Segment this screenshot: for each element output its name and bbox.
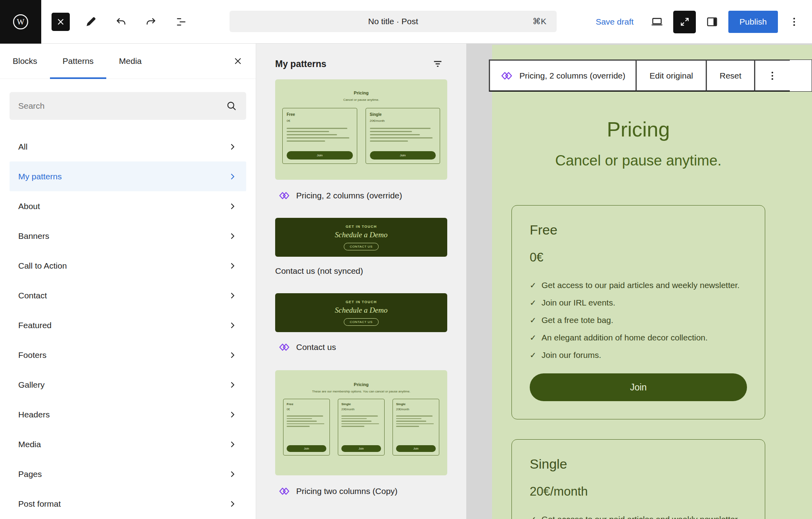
block-options-button[interactable] xyxy=(755,60,790,91)
check-icon: ✓ xyxy=(530,298,536,308)
preview-button[interactable] xyxy=(645,10,669,34)
plan-feature: ✓ Get a free tote bag. xyxy=(530,315,747,325)
close-editor-button[interactable] xyxy=(52,13,70,31)
panel-header: My patterns xyxy=(275,58,447,70)
close-icon xyxy=(55,16,66,27)
list-view-icon xyxy=(175,15,188,28)
pencil-icon xyxy=(84,15,97,28)
pattern-search-box xyxy=(10,92,246,120)
chevron-right-icon xyxy=(227,290,237,301)
sidebar-item-footers[interactable]: Footers xyxy=(10,340,246,370)
command-palette-shortcut: ⌘K xyxy=(532,17,546,26)
sidebar-panel-icon xyxy=(705,15,719,29)
pattern-preview-pricing-2-columns[interactable]: Pricing Cancel or pause anytime. Free 0€… xyxy=(275,79,447,180)
options-menu-button[interactable] xyxy=(782,10,806,34)
sidebar-item-post-format[interactable]: Post format xyxy=(10,489,246,519)
pattern-label-pricing-two-columns-copy[interactable]: Pricing two columns (Copy) xyxy=(275,486,447,497)
sidebar-item-gallery[interactable]: Gallery xyxy=(10,370,246,400)
sidebar-item-my-patterns[interactable]: My patterns xyxy=(10,161,246,191)
tab-blocks[interactable]: Blocks xyxy=(0,44,50,79)
pattern-preview-contact[interactable]: GET IN TOUCH Schedule a Demo CONTACT US xyxy=(275,293,447,332)
synced-pattern-icon xyxy=(500,69,513,82)
editor-topbar: W xyxy=(0,0,812,44)
pattern-preview-contact-not-synced[interactable]: GET IN TOUCH Schedule a Demo CONTACT US xyxy=(275,218,447,257)
sidebar-item-featured[interactable]: Featured xyxy=(10,310,246,340)
block-type-button[interactable]: Pricing, 2 columns (override) xyxy=(489,60,636,91)
synced-pattern-icon xyxy=(278,190,290,202)
synced-pattern-icon xyxy=(278,341,290,353)
plan-card-single: Single 20€/month ✓ Get access to our pai… xyxy=(511,439,765,519)
pattern-preview-pricing-two-columns-copy[interactable]: Pricing These are our membership options… xyxy=(275,370,447,475)
inserter-tabs: Blocks Patterns Media xyxy=(0,44,256,79)
kebab-menu-icon xyxy=(766,70,778,82)
mini-contact-button: CONTACT US xyxy=(344,243,378,250)
chevron-right-icon xyxy=(227,499,237,509)
sidebar-item-media[interactable]: Media xyxy=(10,429,246,459)
chevron-right-icon xyxy=(227,142,237,152)
tab-media[interactable]: Media xyxy=(106,44,154,79)
pattern-label-pricing-2-columns[interactable]: Pricing, 2 columns (override) xyxy=(275,190,447,201)
wordpress-logo[interactable]: W xyxy=(0,0,41,44)
pricing-subheading: Cancel or pause anytime. xyxy=(511,152,765,169)
reset-button[interactable]: Reset xyxy=(706,60,755,91)
chevron-right-icon xyxy=(227,439,237,450)
save-draft-button[interactable]: Save draft xyxy=(588,17,641,27)
plan-feature: ✓ Join our forums. xyxy=(530,350,747,360)
check-icon: ✓ xyxy=(530,350,536,360)
chevron-right-icon xyxy=(227,380,237,390)
inserter-sidebar: Blocks Patterns Media All My patterns xyxy=(0,44,256,519)
join-button[interactable]: Join xyxy=(530,373,747,401)
sidebar-item-banners[interactable]: Banners xyxy=(10,221,246,251)
search-input[interactable] xyxy=(18,101,226,111)
search-icon xyxy=(226,100,237,112)
undo-button[interactable] xyxy=(109,10,133,34)
plan-feature: ✓ Join our IRL events. xyxy=(530,298,747,308)
mini-plan: Free 0€ Join xyxy=(283,399,330,456)
mini-contact-button: CONTACT US xyxy=(344,318,378,326)
sidebar-item-headers[interactable]: Headers xyxy=(10,400,246,429)
sidebar-item-about[interactable]: About xyxy=(10,191,246,221)
edit-mode-button[interactable] xyxy=(79,10,103,34)
close-icon xyxy=(232,55,244,67)
pricing-pattern-block[interactable]: Pricing Cancel or pause anytime. Free 0€… xyxy=(492,45,812,519)
topbar-right-tools: Save draft Publish xyxy=(588,0,812,44)
undo-icon xyxy=(115,15,127,28)
chevron-right-icon xyxy=(227,350,237,360)
mini-plan: Free 0€ Join xyxy=(282,108,357,164)
svg-text:W: W xyxy=(17,17,25,26)
pricing-heading: Pricing xyxy=(511,117,765,142)
filter-patterns-button[interactable] xyxy=(428,54,447,73)
chevron-right-icon xyxy=(227,231,237,241)
plan-feature: ✓ Get access to our paid articles and we… xyxy=(530,281,747,290)
sidebar-item-all[interactable]: All xyxy=(10,132,246,161)
pattern-categories: All My patterns About Banners Call to Ac… xyxy=(10,132,246,519)
close-inserter-button[interactable] xyxy=(228,51,248,71)
chevron-right-icon xyxy=(227,469,237,479)
publish-button[interactable]: Publish xyxy=(728,11,778,33)
mini-plan: Single 20€/month Join xyxy=(338,399,385,456)
chevron-right-icon xyxy=(227,320,237,331)
my-patterns-panel: My patterns Pricing Cancel or pause anyt… xyxy=(256,44,466,519)
synced-pattern-icon xyxy=(278,485,290,497)
list-view-button[interactable] xyxy=(169,10,193,34)
pattern-label-contact-not-synced[interactable]: Contact us (not synced) xyxy=(275,265,447,277)
edit-original-button[interactable]: Edit original xyxy=(636,60,706,91)
chevron-right-icon xyxy=(227,261,237,271)
plan-card-free: Free 0€ ✓ Get access to our paid article… xyxy=(511,205,765,419)
pattern-label-contact[interactable]: Contact us xyxy=(275,342,447,353)
mini-plan: Single 20€/month Join xyxy=(366,108,440,164)
zoom-out-toggle-button[interactable] xyxy=(673,11,696,33)
settings-sidebar-toggle[interactable] xyxy=(700,10,724,34)
sidebar-item-contact[interactable]: Contact xyxy=(10,281,246,310)
sidebar-item-call-to-action[interactable]: Call to Action xyxy=(10,251,246,281)
editor-canvas: Pricing, 2 columns (override) Edit origi… xyxy=(466,44,812,519)
check-icon: ✓ xyxy=(530,315,536,325)
fullscreen-icon xyxy=(679,16,691,28)
sidebar-item-pages[interactable]: Pages xyxy=(10,459,246,489)
wordpress-editor: W xyxy=(0,0,812,519)
tab-patterns[interactable]: Patterns xyxy=(50,44,106,79)
redo-button[interactable] xyxy=(139,10,163,34)
check-icon: ✓ xyxy=(530,333,536,342)
check-icon: ✓ xyxy=(530,281,536,290)
document-title-bar[interactable]: No title · Post ⌘K xyxy=(230,11,557,32)
